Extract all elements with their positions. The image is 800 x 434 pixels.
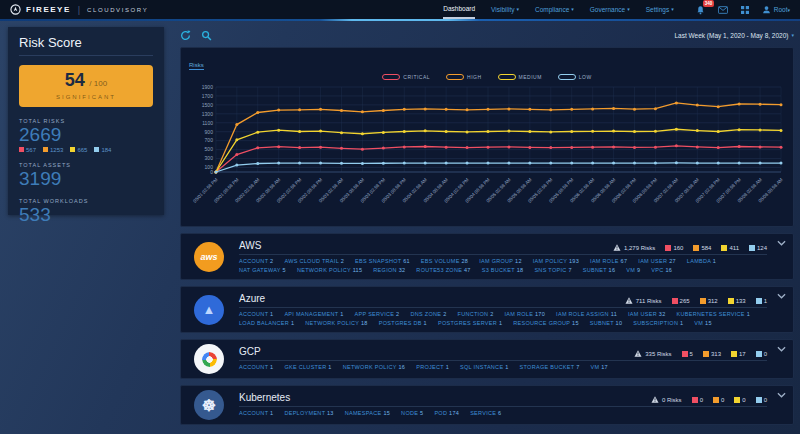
resource-link[interactable]: IAM POLICY 193 [533, 258, 579, 264]
chevron-down-icon[interactable] [777, 346, 786, 352]
resource-link[interactable]: AWS CLOUD TRAIL 2 [284, 258, 344, 264]
resource-link[interactable]: POD 174 [434, 410, 459, 416]
resource-link[interactable]: VM 17 [590, 364, 607, 370]
apps-button[interactable] [741, 6, 749, 14]
user-menu-button[interactable]: Root ▾ [762, 5, 790, 14]
chevron-down-icon[interactable] [777, 240, 786, 246]
nav-dashboard[interactable]: Dashboard [443, 0, 475, 19]
risks-warning: 335 Risks [634, 350, 671, 357]
resource-link[interactable]: RESOURCE GROUP 15 [513, 320, 579, 326]
resource-link[interactable]: ACCOUNT 2 [239, 258, 273, 264]
medium-chip: 665 [70, 147, 87, 153]
resource-link[interactable]: NODE 5 [401, 410, 423, 416]
resource-link[interactable]: PROJECT 1 [416, 364, 449, 370]
resource-link[interactable]: ACCOUNT 1 [239, 364, 273, 370]
nav-settings[interactable]: Settings▾ [646, 0, 674, 19]
legend-high[interactable]: HIGH [446, 74, 482, 80]
resource-link[interactable]: NAT GATEWAY 5 [239, 267, 286, 273]
resource-link[interactable]: APP SERVICE 2 [355, 311, 400, 317]
severity-badge: 1 [756, 298, 767, 304]
product-name: CLOUDVISORY [87, 7, 148, 13]
resource-links: ACCOUNT 1GKE CLUSTER 1NETWORK POLICY 16P… [239, 364, 767, 370]
resource-link[interactable]: EBS SNAPSHOT 61 [355, 258, 410, 264]
svg-text:1900: 1900 [202, 84, 213, 90]
resource-link[interactable]: STORAGE BUCKET 7 [520, 364, 580, 370]
resource-link[interactable]: GKE CLUSTER 1 [284, 364, 331, 370]
resource-link[interactable]: SNS TOPIC 7 [534, 267, 571, 273]
search-icon[interactable] [201, 30, 212, 41]
resource-link[interactable]: NAMESPACE 15 [345, 410, 390, 416]
section-title: Azure [239, 293, 265, 304]
severity-badge: 124 [749, 245, 767, 251]
legend-low[interactable]: LOW [558, 74, 592, 80]
section-header: Kubernetes 0 Risks 0000 [239, 392, 767, 407]
resource-link[interactable]: S3 BUCKET 18 [482, 267, 524, 273]
nav-visibility-label: Visibility [491, 0, 514, 19]
resource-link[interactable]: VM 15 [694, 320, 711, 326]
resource-link[interactable]: IAM ROLE 67 [590, 258, 627, 264]
nav-compliance[interactable]: Compliance▾ [535, 0, 574, 19]
resource-link[interactable]: ROUTE53 ZONE 47 [416, 267, 470, 273]
resource-link[interactable]: SUBNET 10 [590, 320, 623, 326]
legend-critical[interactable]: CRITICAL [382, 74, 430, 80]
section-header: GCP 335 Risks 5313170 [239, 346, 767, 361]
resource-link[interactable]: LAMBDA 1 [687, 258, 716, 264]
resource-link[interactable]: IAM GROUP 12 [479, 258, 522, 264]
nav-governance[interactable]: Governance▾ [590, 0, 630, 19]
resource-link[interactable]: NETWORK POLICY 18 [305, 320, 367, 326]
resource-link[interactable]: IAM ROLE ASSIGN 11 [556, 311, 617, 317]
caret-down-icon: ▾ [787, 7, 790, 13]
svg-text:1700: 1700 [202, 93, 213, 99]
nav-visibility[interactable]: Visibility▾ [491, 0, 519, 19]
brand-divider: | [78, 5, 80, 15]
resource-link[interactable]: IAM ROLE 170 [505, 311, 546, 317]
gcp-ring-icon [202, 352, 217, 367]
resource-link[interactable]: ACCOUNT 1 [239, 311, 273, 317]
x-axis-labels: 05/01 02:58 PM05/01 08:58 PM05/02 02:58 … [192, 177, 784, 204]
cloud-sections: aws AWS 1,279 Risks 160584411124 ACCOUNT… [180, 233, 794, 425]
top-nav-bar: FIREEYE | CLOUDVISORY Dashboard Visibili… [0, 0, 800, 19]
severity-badge: 0 [713, 397, 724, 403]
severity-badges: 0000 [692, 397, 767, 403]
resource-link[interactable]: ACCOUNT 1 [239, 410, 273, 416]
resource-link[interactable]: FUNCTION 2 [457, 311, 493, 317]
resource-link[interactable]: IAM USER 27 [638, 258, 676, 264]
svg-text:1500: 1500 [202, 102, 213, 108]
resource-link[interactable]: SERVICE 6 [470, 410, 501, 416]
resource-link[interactable]: EBS VOLUME 28 [421, 258, 468, 264]
refresh-icon[interactable] [180, 30, 191, 41]
resource-link[interactable]: KUBERNETES SERVICE 1 [677, 311, 750, 317]
resource-link[interactable]: POSTGRES DB 1 [379, 320, 427, 326]
resource-link[interactable]: SUBSCRIPTION 1 [633, 320, 683, 326]
resource-link[interactable]: VPC 16 [651, 267, 672, 273]
severity-badge: 584 [693, 245, 711, 251]
resource-link[interactable]: REGION 32 [373, 267, 405, 273]
total-assets-stat: TOTAL ASSETS 3199 [19, 162, 153, 189]
severity-badges: 5313170 [682, 351, 767, 357]
messages-button[interactable] [718, 6, 728, 14]
resource-link[interactable]: NETWORK POLICY 16 [343, 364, 405, 370]
notifications-button[interactable]: 340 [696, 5, 705, 15]
resource-link[interactable]: LOAD BALANCER 1 [239, 320, 294, 326]
legend-medium[interactable]: MEDIUM [498, 74, 542, 80]
resource-link[interactable]: NETWORK POLICY 115 [297, 267, 362, 273]
resource-link[interactable]: DNS ZONE 2 [410, 311, 446, 317]
resource-link[interactable]: API MANAGEMENT 1 [284, 311, 343, 317]
resource-link[interactable]: DEPLOYMENT 13 [284, 410, 333, 416]
chevron-down-icon[interactable] [777, 293, 786, 299]
resource-link[interactable]: SUBNET 16 [583, 267, 616, 273]
section-gcp: GCP 335 Risks 5313170 ACCOUNT 1GKE CLUST… [180, 339, 794, 379]
section-title: GCP [239, 346, 261, 357]
severity-badge: 313 [703, 351, 721, 357]
resource-link[interactable]: VM 9 [626, 267, 640, 273]
resource-link[interactable]: IAM USER 32 [628, 311, 666, 317]
svg-text:1100: 1100 [202, 120, 213, 126]
section-badges: 335 Risks 5313170 [634, 350, 767, 357]
date-range-selector[interactable]: Last Week (May 1, 2020 - May 8, 2020) ▾ [674, 32, 794, 39]
legend-swatch-icon [498, 74, 516, 80]
severity-badge: 265 [672, 298, 690, 304]
resource-link[interactable]: POSTGRES SERVER 1 [438, 320, 502, 326]
caret-down-icon: ▾ [791, 32, 794, 38]
resource-link[interactable]: SQL INSTANCE 1 [460, 364, 509, 370]
chevron-down-icon[interactable] [777, 392, 786, 398]
